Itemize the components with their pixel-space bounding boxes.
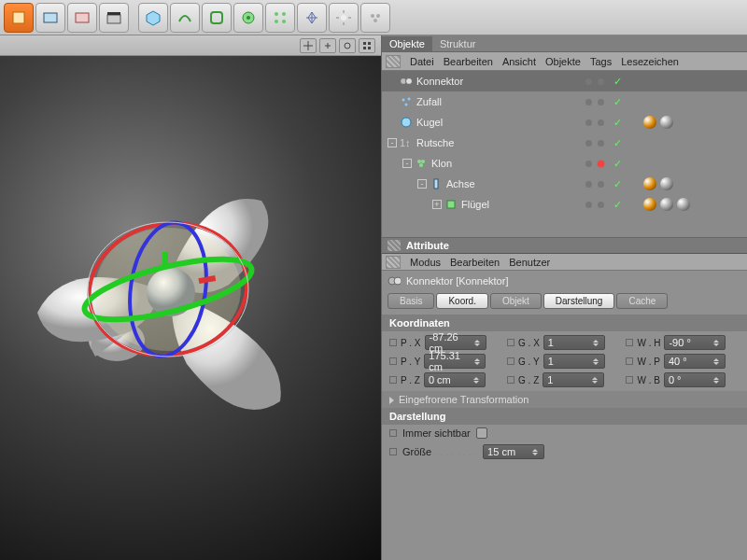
tool-light[interactable] xyxy=(329,3,359,33)
check-icon[interactable]: ✓ xyxy=(613,178,622,190)
tree-label: Konnektor xyxy=(416,76,463,87)
tag-orange-icon[interactable] xyxy=(643,198,656,211)
lock-icon[interactable] xyxy=(626,357,633,365)
lock-icon[interactable] xyxy=(389,376,397,384)
visibility-dot[interactable] xyxy=(598,99,604,105)
frozen-head[interactable]: Eingefrorene Transformation xyxy=(382,391,747,408)
checkbox-always-visible[interactable] xyxy=(476,427,487,439)
tree-row-konnektor[interactable]: Konnektor✓ xyxy=(382,71,747,91)
viewport-3d[interactable] xyxy=(0,56,381,560)
tool-clapper[interactable] xyxy=(99,3,129,33)
lock-icon[interactable] xyxy=(507,376,514,384)
object-manager[interactable]: Konnektor✓Zufall✓Kugel✓-1↕Rutsche✓-Klon✓… xyxy=(382,71,747,237)
menu-objekte[interactable]: Objekte xyxy=(545,56,581,67)
attab-objekt[interactable]: Objekt xyxy=(490,293,542,309)
lock-icon[interactable] xyxy=(389,429,397,437)
check-icon[interactable]: ✓ xyxy=(613,137,622,149)
visibility-dot[interactable] xyxy=(598,119,604,126)
tool-nurbs[interactable] xyxy=(202,3,232,33)
menu-tags[interactable]: Tags xyxy=(590,56,612,67)
field-gz[interactable]: 1 xyxy=(543,372,604,387)
visibility-dot[interactable] xyxy=(598,161,604,167)
attab-cache[interactable]: Cache xyxy=(616,293,668,309)
visibility-dot[interactable] xyxy=(598,181,604,188)
menu-benutzer[interactable]: Benutzer xyxy=(509,257,550,268)
tree-row-zufall[interactable]: Zufall✓ xyxy=(382,91,747,112)
tool-camera[interactable] xyxy=(297,3,327,33)
grip-icon[interactable] xyxy=(386,55,401,68)
tag-grey-icon[interactable] xyxy=(660,177,673,190)
visibility-dot[interactable] xyxy=(585,140,592,147)
field-gy[interactable]: 1 xyxy=(543,354,605,369)
visibility-dot[interactable] xyxy=(598,78,604,85)
expand-icon[interactable]: + xyxy=(432,200,442,209)
visibility-dot[interactable] xyxy=(598,140,604,147)
tag-white-icon[interactable] xyxy=(660,198,673,211)
visibility-dot[interactable] xyxy=(585,99,592,105)
attab-basis[interactable]: Basis xyxy=(388,293,434,309)
tag-orange-icon[interactable] xyxy=(643,116,656,129)
check-icon[interactable]: ✓ xyxy=(613,76,622,88)
visibility-dot[interactable] xyxy=(598,202,604,208)
tool-scene[interactable] xyxy=(360,3,390,33)
lock-icon[interactable] xyxy=(389,339,397,346)
visibility-dot[interactable] xyxy=(585,119,592,126)
tree-row-flügel[interactable]: +Flügel✓ xyxy=(382,194,747,215)
tag-orange-icon[interactable] xyxy=(643,177,656,190)
field-wb[interactable]: 0 ° xyxy=(664,372,726,387)
check-icon[interactable]: ✓ xyxy=(613,96,622,108)
grip-icon[interactable] xyxy=(388,240,401,251)
field-size[interactable]: 15 cm xyxy=(483,444,544,459)
vp-rotate-icon[interactable] xyxy=(339,38,356,53)
check-icon[interactable]: ✓ xyxy=(613,158,622,170)
lock-icon[interactable] xyxy=(389,448,397,455)
field-px[interactable]: -87.26 cm xyxy=(425,335,486,350)
lock-icon[interactable] xyxy=(626,339,633,346)
tag-grey-icon[interactable] xyxy=(660,116,673,129)
lock-icon[interactable] xyxy=(626,376,633,384)
menu-bearbeiten2[interactable]: Bearbeiten xyxy=(450,257,500,268)
visibility-dot[interactable] xyxy=(585,202,592,208)
tool-film[interactable] xyxy=(67,3,97,33)
tool-cube[interactable] xyxy=(4,3,34,33)
tab-objekte[interactable]: Objekte xyxy=(382,36,432,51)
tree-row-klon[interactable]: -Klon✓ xyxy=(382,153,747,174)
tree-row-rutsche[interactable]: -1↕Rutsche✓ xyxy=(382,133,747,153)
expand-icon[interactable]: - xyxy=(417,179,427,189)
visibility-dot[interactable] xyxy=(585,181,592,188)
field-py[interactable]: 175.31 cm xyxy=(424,354,486,369)
tool-array[interactable] xyxy=(265,3,295,33)
menu-datei[interactable]: Datei xyxy=(410,56,434,67)
lock-icon[interactable] xyxy=(507,357,514,365)
field-gx[interactable]: 1 xyxy=(543,335,605,350)
grip-icon[interactable] xyxy=(386,256,401,269)
menu-bearbeiten[interactable]: Bearbeiten xyxy=(444,56,493,67)
field-wh[interactable]: -90 ° xyxy=(664,335,726,350)
lock-icon[interactable] xyxy=(389,357,397,365)
tool-spline[interactable] xyxy=(170,3,200,33)
visibility-dot[interactable] xyxy=(585,161,592,167)
lock-icon[interactable] xyxy=(507,339,514,346)
vp-zoom-icon[interactable] xyxy=(319,38,336,53)
menu-ansicht[interactable]: Ansicht xyxy=(502,56,536,67)
tree-row-kugel[interactable]: Kugel✓ xyxy=(382,112,747,133)
tool-anim[interactable] xyxy=(35,3,65,33)
field-pz[interactable]: 0 cm xyxy=(424,372,486,387)
tab-struktur[interactable]: Struktur xyxy=(432,36,484,51)
tool-primitive[interactable] xyxy=(138,3,168,33)
tool-deformer[interactable] xyxy=(233,3,263,33)
check-icon[interactable]: ✓ xyxy=(613,117,622,129)
expand-icon[interactable]: - xyxy=(402,159,412,168)
attab-koord[interactable]: Koord. xyxy=(436,293,487,309)
menu-modus[interactable]: Modus xyxy=(410,257,441,268)
menu-lesezeichen[interactable]: Lesezeichen xyxy=(621,56,679,67)
check-icon[interactable]: ✓ xyxy=(613,199,622,211)
attab-darstellung[interactable]: Darstellung xyxy=(543,293,615,309)
visibility-dot[interactable] xyxy=(585,78,592,85)
tree-row-achse[interactable]: -Achse✓ xyxy=(382,174,747,194)
vp-pan-icon[interactable] xyxy=(300,38,317,53)
field-wp[interactable]: 40 ° xyxy=(664,354,726,369)
expand-icon[interactable]: - xyxy=(388,138,397,147)
tag-grey-icon[interactable] xyxy=(677,198,690,211)
vp-frame-icon[interactable] xyxy=(359,38,375,53)
